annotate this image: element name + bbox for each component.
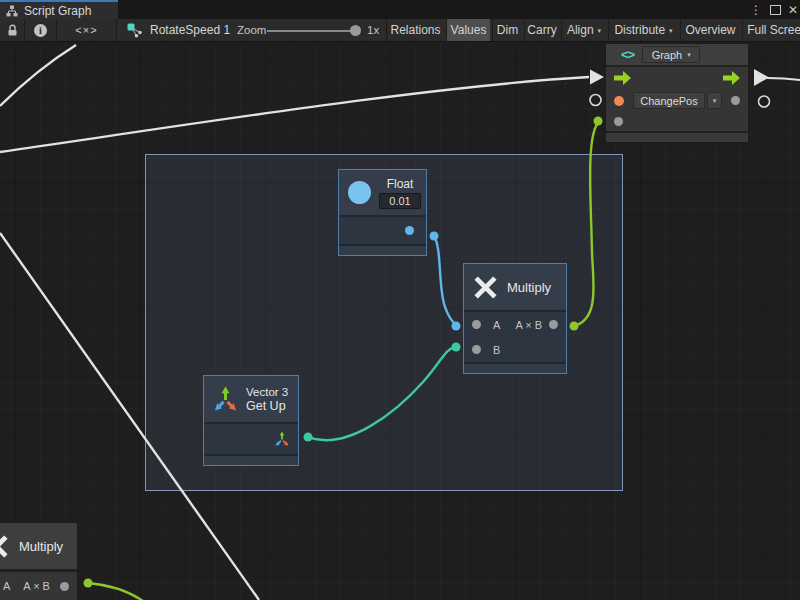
tab-title: Script Graph — [24, 4, 91, 18]
input-b-port[interactable] — [472, 345, 481, 354]
node-title: Multiply — [507, 280, 551, 295]
multiply-node[interactable]: Multiply A A × B B — [463, 263, 567, 374]
control-input-arrow-icon[interactable] — [614, 71, 631, 85]
multiply-icon — [0, 534, 9, 559]
node-subtitle: Get Up — [246, 399, 288, 413]
toolbar-button-fullscreen[interactable]: Full Screen — [742, 19, 800, 41]
graph-unit-node[interactable]: <> Graph ▾ ChangePos — [605, 43, 749, 143]
toolbar-button-carry[interactable]: Carry — [524, 19, 559, 41]
wire-endpoint-dot[interactable] — [304, 433, 313, 442]
code-view-icon: <×> — [75, 24, 97, 36]
output-port[interactable] — [60, 582, 69, 591]
chevron-down-icon: ▾ — [687, 51, 691, 58]
input-a-label: A — [3, 580, 10, 592]
variable-row: ChangePos ▾ — [606, 89, 748, 112]
wire-endpoint-dot[interactable] — [594, 117, 603, 126]
toolbar-button-dim[interactable]: Dim — [492, 19, 522, 41]
multiply-node-partial[interactable]: Multiply A A × B — [0, 522, 78, 600]
wire-endpoint-dot[interactable] — [430, 232, 439, 241]
chevron-down-icon: ▾ — [669, 27, 673, 34]
wire-multiply-to-graph-node[interactable] — [574, 123, 598, 326]
wire-endpoint-dot[interactable] — [570, 322, 579, 331]
output-port[interactable] — [549, 320, 558, 329]
changepos-caret-button[interactable]: ▾ — [707, 92, 722, 109]
input-a-label: A — [493, 319, 500, 331]
info-icon: i — [34, 24, 47, 37]
node-title: Vector 3 — [246, 386, 288, 398]
node-footer — [606, 133, 748, 142]
wire-endpoint-dot[interactable] — [452, 343, 461, 352]
tab-bar: Script Graph ⋮ ✕ — [0, 0, 800, 19]
wire-white-into-graph-node[interactable] — [0, 77, 589, 152]
lock-button[interactable] — [0, 19, 25, 41]
wire-vector-to-multiply-b[interactable] — [308, 347, 455, 440]
wire-endpoint-dot[interactable] — [452, 322, 461, 331]
graph-tab-icon — [6, 5, 18, 17]
node-title: Float — [387, 177, 414, 191]
toolbar-button-align[interactable]: Align▾ — [561, 19, 606, 41]
wire-arrowhead-icon — [754, 69, 769, 86]
breadcrumb[interactable]: RotateSpeed 1 — [127, 19, 230, 41]
wire-endpoint-dot[interactable] — [84, 579, 93, 588]
toolbar-button-overview[interactable]: Overview — [680, 19, 740, 41]
wire-arrowhead-icon — [590, 70, 604, 85]
wire-white-out-of-graph-node[interactable] — [767, 78, 800, 80]
toolbar-button-distribute[interactable]: Distribute▾ — [608, 19, 678, 41]
vector3-icon — [212, 385, 239, 413]
output-label: A × B — [515, 319, 542, 331]
changepos-dropdown[interactable]: ChangePos — [633, 92, 705, 109]
graph-toolbar: i <×> RotateSpeed 1 Zoom 1x Relations Va… — [0, 19, 800, 42]
zoom-slider-track[interactable] — [267, 30, 357, 32]
window-menu-icon[interactable]: ⋮ — [748, 0, 764, 19]
float-node[interactable]: Float 0.01 — [338, 169, 427, 256]
script-graph-window: Script Graph ⋮ ✕ i <×> RotateSpeed 1 — [0, 0, 800, 600]
zoom-slider-handle[interactable] — [350, 25, 361, 36]
toolbar-button-relations[interactable]: Relations — [386, 19, 444, 41]
float-value-field[interactable]: 0.01 — [379, 193, 421, 209]
node-footer — [204, 456, 298, 465]
value-input-port[interactable] — [614, 117, 623, 126]
node-title: Multiply — [19, 539, 63, 554]
wire-white-topleft[interactable] — [0, 45, 76, 106]
float-icon — [348, 181, 371, 204]
input-b-label: B — [493, 344, 500, 356]
value-output-port[interactable] — [731, 96, 740, 105]
code-view-button[interactable]: <×> — [57, 19, 117, 41]
float-output-port[interactable] — [405, 226, 414, 235]
maximize-icon[interactable] — [766, 0, 784, 19]
control-flow-row — [606, 67, 748, 89]
wire-float-to-multiply-a[interactable] — [434, 236, 456, 325]
chevron-down-icon: ▾ — [598, 27, 602, 34]
node-footer — [464, 364, 566, 373]
graph-breadcrumb-icon — [127, 23, 143, 38]
vector3-output-port[interactable] — [274, 431, 290, 447]
node-footer — [339, 246, 426, 255]
graph-dropdown[interactable]: Graph ▾ — [642, 46, 700, 63]
orange-port[interactable] — [614, 96, 624, 106]
unconnected-port-ring[interactable] — [590, 95, 601, 106]
output-label: A × B — [23, 580, 50, 592]
wire-multiply2-output[interactable] — [88, 583, 143, 600]
toolbar-button-values[interactable]: Values — [446, 19, 490, 41]
extra-port-row — [606, 112, 748, 131]
zoom-label: Zoom — [237, 19, 266, 41]
close-icon[interactable]: ✕ — [785, 0, 800, 19]
tab-script-graph[interactable]: Script Graph — [0, 0, 118, 19]
control-output-arrow-icon[interactable] — [723, 71, 740, 85]
code-icon: <> — [621, 47, 634, 62]
input-a-port[interactable] — [472, 320, 481, 329]
vector3-getup-node[interactable]: Vector 3 Get Up — [203, 375, 299, 466]
zoom-level: 1x — [367, 19, 379, 41]
graph-canvas[interactable]: <> Graph ▾ ChangePos — [0, 42, 800, 600]
multiply-icon — [473, 275, 498, 300]
breadcrumb-label: RotateSpeed 1 — [150, 23, 230, 37]
unconnected-port-ring[interactable] — [759, 96, 770, 107]
info-button[interactable]: i — [25, 19, 57, 41]
chevron-down-icon: ▾ — [713, 97, 717, 104]
lock-icon — [7, 24, 18, 37]
